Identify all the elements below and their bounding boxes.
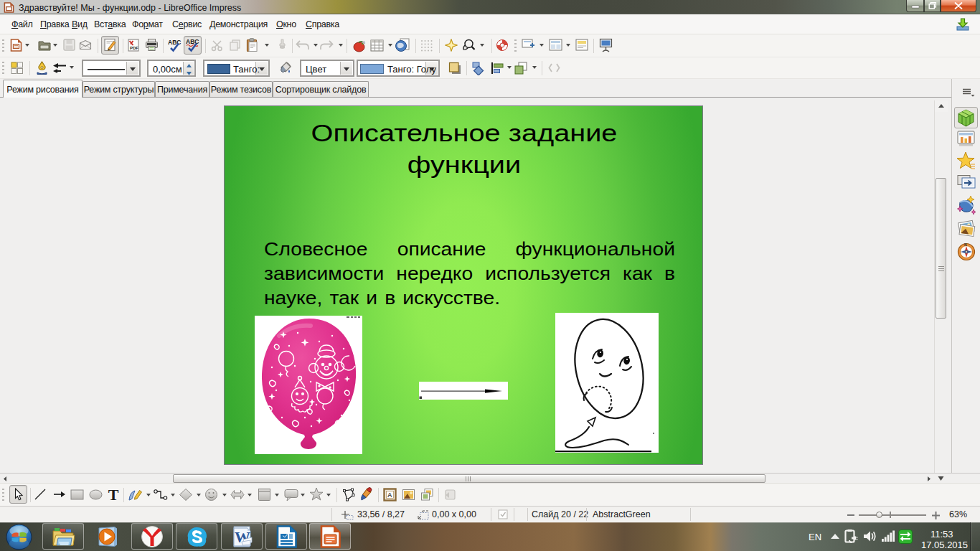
svg-text:ABC: ABC <box>168 39 181 46</box>
svg-text:A: A <box>387 491 392 499</box>
svg-text:%: % <box>362 40 365 44</box>
svg-text:N: N <box>964 242 967 247</box>
svg-text:PDF: PDF <box>130 46 138 50</box>
